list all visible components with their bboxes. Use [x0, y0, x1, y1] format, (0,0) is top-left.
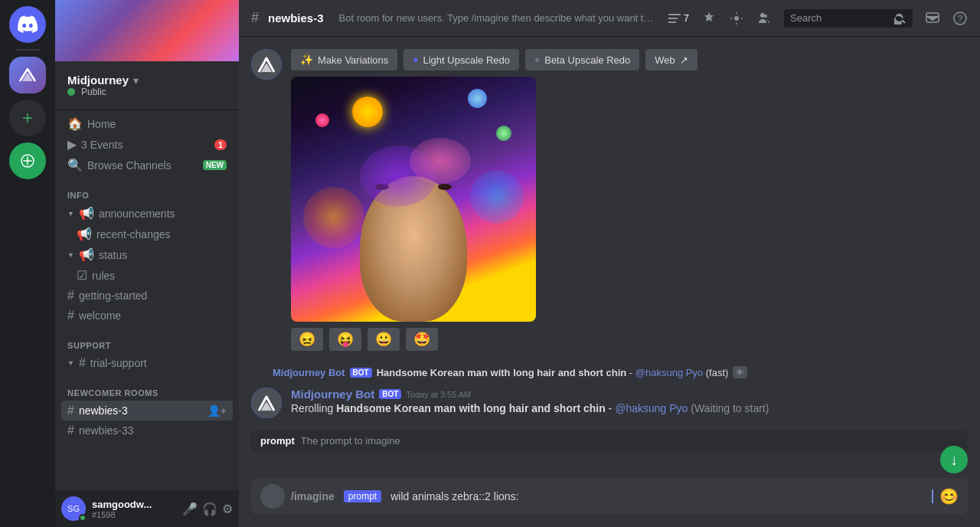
server-header[interactable]: Midjourney ▾ Public: [55, 61, 239, 110]
rules-label: rules: [92, 270, 227, 282]
server-name: Midjourney: [67, 74, 129, 87]
status-label: status: [99, 249, 227, 261]
rerolling-text: Rerolling Handsome Korean man with long …: [291, 402, 968, 414]
thread-button[interactable]: 7: [667, 11, 689, 26]
emoji-button[interactable]: 😊: [939, 487, 959, 506]
image-message-content: ✨ Make Variations ● Light Upscale Redo ●…: [291, 49, 968, 351]
light-upscale-redo-button[interactable]: ● Light Upscale Redo: [403, 49, 519, 70]
prompt-keyword: prompt: [260, 435, 295, 447]
browse-label: Browse Channels: [87, 159, 198, 172]
browse-icon: 🔍: [67, 158, 83, 172]
search-input[interactable]: [790, 12, 890, 24]
events-badge: 1: [214, 139, 227, 150]
scroll-to-bottom-button[interactable]: ↓: [940, 446, 968, 473]
rules-channel[interactable]: ☑ rules: [61, 265, 233, 286]
reaction-angry[interactable]: 😖: [291, 328, 323, 351]
beta-upscale-redo-button[interactable]: ● Beta Upscale Redo: [525, 49, 639, 70]
announcements-channel[interactable]: 📢 announcements: [61, 203, 233, 224]
status-indicator: [79, 514, 87, 522]
support-section-label: SUPPORT: [61, 341, 233, 353]
beta-upscale-label: Beta Upscale Redo: [544, 54, 630, 66]
home-button[interactable]: 🏠 Home: [61, 113, 233, 134]
announcements-label: announcements: [99, 208, 227, 220]
newbies-33-channel[interactable]: # newbies-33: [61, 421, 233, 440]
text-cursor: [932, 489, 933, 503]
trial-support-icon: #: [79, 356, 86, 370]
rerolling-author-line: Midjourney Bot BOT Today at 3:55 AM: [291, 388, 968, 401]
user-controls: 🎤 🎧 ⚙: [182, 502, 233, 516]
generated-image[interactable]: [291, 77, 536, 322]
trial-support-channel[interactable]: # trial-support: [61, 353, 233, 373]
dropdown-icon: ▾: [133, 74, 139, 87]
microphone-button[interactable]: 🎤: [182, 502, 198, 516]
chat-messages: ✨ Make Variations ● Light Upscale Redo ●…: [239, 37, 980, 478]
announcement-icon: 📢: [79, 206, 94, 221]
recent-changes-label: recent-changes: [96, 228, 227, 241]
server-banner: [55, 0, 239, 61]
newbies33-label: newbies-33: [79, 424, 227, 437]
events-label: 3 Events: [81, 139, 210, 151]
bot-avatar: [251, 49, 282, 80]
bot-description: Handsome Korean man with long hair and s…: [377, 367, 729, 378]
members-button[interactable]: [756, 11, 772, 26]
getting-started-label: getting-started: [79, 290, 227, 302]
chat-input-field[interactable]: [390, 490, 926, 502]
browse-channels-button[interactable]: 🔍 Browse Channels NEW: [61, 155, 233, 175]
activity-button[interactable]: [729, 11, 744, 26]
newcomer-section-label: NEWCOMER ROOMS: [61, 388, 233, 401]
midjourney-server-icon[interactable]: [9, 57, 46, 93]
svg-point-1: [734, 16, 739, 21]
search-bar[interactable]: [784, 9, 913, 28]
newbies33-icon: #: [67, 424, 74, 437]
online-indicator: [67, 88, 75, 96]
reaction-grin[interactable]: 😀: [368, 328, 400, 351]
discord-home-button[interactable]: [9, 6, 46, 43]
help-button[interactable]: ?: [952, 11, 968, 26]
home-icon: 🏠: [67, 116, 83, 131]
input-user-avatar: [260, 484, 285, 509]
events-icon: ▶: [67, 137, 77, 152]
channel-description: Bot room for new users. Type /imagine th…: [339, 12, 658, 24]
status-channel[interactable]: 📢 status: [61, 244, 233, 265]
nav-section: 🏠 Home ▶ 3 Events 1 🔍 Browse Channels NE…: [55, 110, 239, 178]
add-server-button[interactable]: +: [9, 100, 46, 136]
support-section: SUPPORT # trial-support: [55, 329, 239, 376]
welcome-label: welcome: [79, 309, 227, 322]
status-icon: 📢: [79, 247, 94, 262]
pin-button[interactable]: [701, 11, 717, 26]
view-icon: 👁: [733, 366, 747, 378]
settings-button[interactable]: ⚙: [222, 502, 233, 516]
prompt-autocomplete: prompt The prompt to imagine: [251, 430, 968, 451]
newbies-3-channel[interactable]: # newbies-3 👤+: [61, 401, 233, 421]
recent-changes-icon: 📢: [77, 227, 92, 241]
events-button[interactable]: ▶ 3 Events 1: [61, 134, 233, 155]
recent-changes-channel[interactable]: 📢 recent-changes: [61, 224, 233, 244]
deco-left: [303, 187, 364, 248]
channel-hash-icon: #: [251, 10, 259, 26]
header-icons: 7 ?: [667, 9, 968, 28]
thread-count: 7: [684, 12, 689, 24]
server-divider: [15, 49, 40, 51]
reaction-star-eyes[interactable]: 🤩: [406, 328, 438, 351]
reaction-tongue[interactable]: 😝: [329, 328, 361, 351]
web-button[interactable]: Web ↗: [645, 49, 697, 70]
make-variations-button[interactable]: ✨ Make Variations: [291, 49, 397, 70]
info-section: INFO 📢 announcements 📢 recent-changes 📢 …: [55, 178, 239, 329]
welcome-icon: #: [67, 309, 74, 322]
inbox-button[interactable]: [925, 11, 940, 26]
user-discriminator: #1598: [92, 510, 152, 519]
server-bar: +: [0, 0, 55, 527]
planet-4: [496, 126, 511, 141]
explore-button[interactable]: [9, 142, 46, 179]
welcome-channel[interactable]: # welcome: [61, 306, 233, 326]
getting-started-channel[interactable]: # getting-started: [61, 286, 233, 306]
web-label: Web: [655, 54, 675, 66]
main-chat-area: # newbies-3 Bot room for new users. Type…: [239, 0, 980, 527]
add-member-icon: 👤+: [207, 404, 227, 417]
make-variations-label: Make Variations: [318, 54, 388, 66]
channel-title: newbies-3: [268, 11, 324, 25]
server-status: Public: [81, 87, 106, 97]
channel-sidebar: Midjourney ▾ Public 🏠 Home ▶ 3 Events 1 …: [55, 0, 239, 527]
headphone-button[interactable]: 🎧: [202, 502, 217, 516]
rerolling-message-group: Midjourney Bot BOT Today at 3:55 AM Rero…: [251, 388, 968, 418]
